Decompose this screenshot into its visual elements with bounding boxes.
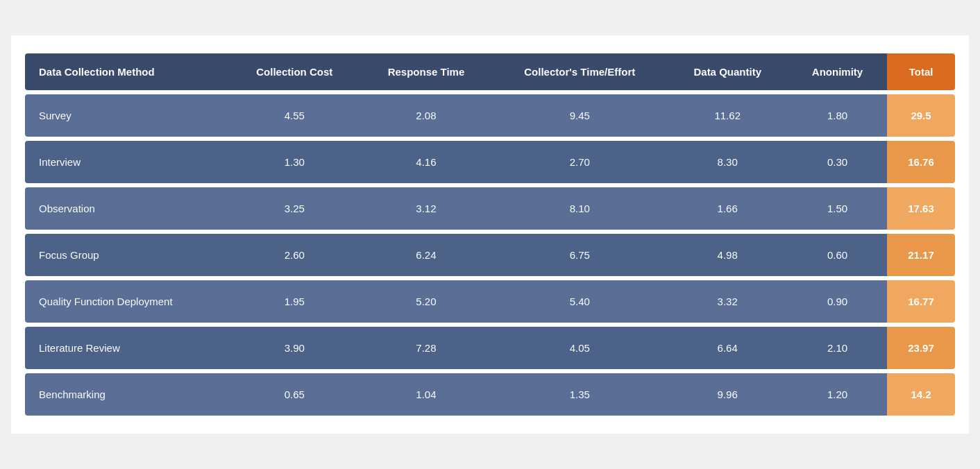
table-row: Survey4.552.089.4511.621.8029.5 xyxy=(25,94,955,137)
cell-method: Benchmarking xyxy=(25,373,229,416)
cell-total: 17.63 xyxy=(887,187,955,230)
table-row: Observation3.253.128.101.661.5017.63 xyxy=(25,187,955,230)
cell-cost: 3.90 xyxy=(229,327,360,369)
cell-response-time: 3.12 xyxy=(360,187,492,230)
cell-anonimity: 1.50 xyxy=(788,187,887,230)
cell-data-quantity: 4.98 xyxy=(667,234,788,276)
table-row: Focus Group2.606.246.754.980.6021.17 xyxy=(25,234,955,276)
cell-total: 21.17 xyxy=(887,234,955,276)
header-cost: Collection Cost xyxy=(229,53,360,90)
cell-anonimity: 0.90 xyxy=(788,280,887,323)
cell-method: Survey xyxy=(25,94,229,137)
cell-collectors-time: 8.10 xyxy=(492,187,667,230)
cell-method: Literature Review xyxy=(25,327,229,369)
header-row: Data Collection Method Collection Cost R… xyxy=(25,53,955,90)
cell-response-time: 1.04 xyxy=(360,373,492,416)
cell-cost: 1.95 xyxy=(229,280,360,323)
table-container: Data Collection Method Collection Cost R… xyxy=(11,35,969,434)
cell-data-quantity: 1.66 xyxy=(667,187,788,230)
cell-data-quantity: 11.62 xyxy=(667,94,788,137)
cell-method: Observation xyxy=(25,187,229,230)
cell-anonimity: 0.60 xyxy=(788,234,887,276)
header-method: Data Collection Method xyxy=(25,53,229,90)
table-row: Quality Function Deployment1.955.205.403… xyxy=(25,280,955,323)
cell-data-quantity: 3.32 xyxy=(667,280,788,323)
cell-response-time: 4.16 xyxy=(360,141,492,183)
cell-response-time: 2.08 xyxy=(360,94,492,137)
cell-method: Quality Function Deployment xyxy=(25,280,229,323)
header-data-quantity: Data Quantity xyxy=(667,53,788,90)
cell-response-time: 7.28 xyxy=(360,327,492,369)
cell-cost: 0.65 xyxy=(229,373,360,416)
cell-method: Focus Group xyxy=(25,234,229,276)
cell-anonimity: 1.80 xyxy=(788,94,887,137)
cell-anonimity: 1.20 xyxy=(788,373,887,416)
cell-collectors-time: 1.35 xyxy=(492,373,667,416)
cell-cost: 4.55 xyxy=(229,94,360,137)
cell-response-time: 6.24 xyxy=(360,234,492,276)
cell-cost: 1.30 xyxy=(229,141,360,183)
cell-collectors-time: 5.40 xyxy=(492,280,667,323)
cell-total: 14.2 xyxy=(887,373,955,416)
cell-collectors-time: 9.45 xyxy=(492,94,667,137)
cell-data-quantity: 6.64 xyxy=(667,327,788,369)
header-anonimity: Anonimity xyxy=(788,53,887,90)
cell-collectors-time: 6.75 xyxy=(492,234,667,276)
table-row: Interview1.304.162.708.300.3016.76 xyxy=(25,141,955,183)
table-row: Literature Review3.907.284.056.642.1023.… xyxy=(25,327,955,369)
cell-data-quantity: 9.96 xyxy=(667,373,788,416)
cell-method: Interview xyxy=(25,141,229,183)
header-response-time: Response Time xyxy=(360,53,492,90)
cell-total: 29.5 xyxy=(887,94,955,137)
cell-total: 16.76 xyxy=(887,141,955,183)
cell-collectors-time: 4.05 xyxy=(492,327,667,369)
data-collection-table: Data Collection Method Collection Cost R… xyxy=(25,49,955,420)
cell-anonimity: 2.10 xyxy=(788,327,887,369)
cell-total: 16.77 xyxy=(887,280,955,323)
header-collectors-time: Collector's Time/Effort xyxy=(492,53,667,90)
cell-cost: 2.60 xyxy=(229,234,360,276)
cell-cost: 3.25 xyxy=(229,187,360,230)
cell-total: 23.97 xyxy=(887,327,955,369)
cell-data-quantity: 8.30 xyxy=(667,141,788,183)
table-row: Benchmarking0.651.041.359.961.2014.2 xyxy=(25,373,955,416)
cell-anonimity: 0.30 xyxy=(788,141,887,183)
cell-collectors-time: 2.70 xyxy=(492,141,667,183)
cell-response-time: 5.20 xyxy=(360,280,492,323)
header-total: Total xyxy=(887,53,955,90)
